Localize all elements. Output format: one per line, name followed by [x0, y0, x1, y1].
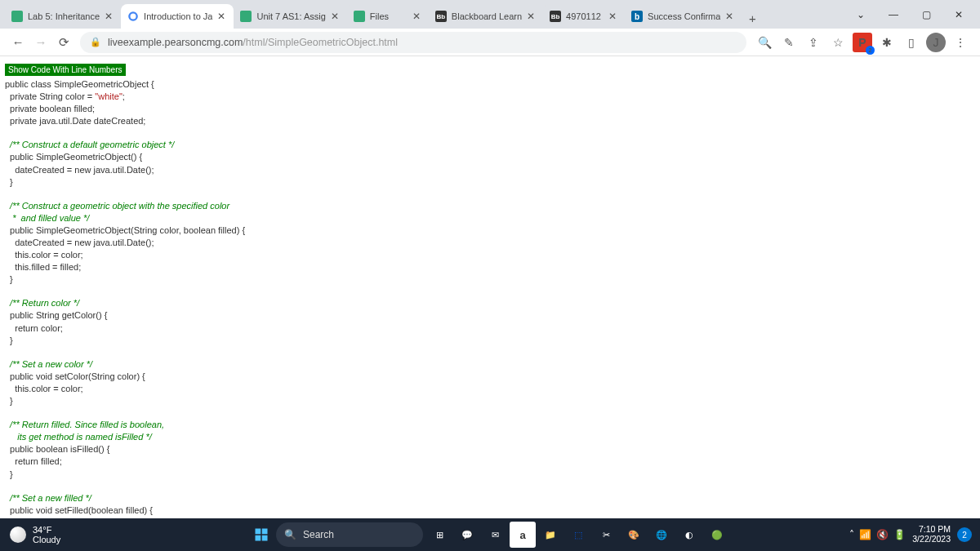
explorer-icon[interactable]: 📁 — [537, 522, 564, 548]
tab-title: Blackboard Learn — [452, 11, 522, 21]
tab-files[interactable]: Files ✕ — [347, 4, 429, 29]
notification-badge[interactable]: 2 — [957, 527, 972, 542]
app-eclipse-icon[interactable]: ◐ — [676, 522, 702, 548]
minimize-button[interactable]: — — [877, 2, 910, 27]
edge-icon[interactable]: 🌐 — [648, 522, 675, 548]
tab-blackboard[interactable]: Bb Blackboard Learn ✕ — [429, 4, 543, 29]
clock[interactable]: 7:10 PM 3/22/2023 — [912, 525, 951, 544]
tab-title: Unit 7 AS1: Assig — [256, 11, 325, 21]
url-bar[interactable]: 🔒 liveexample.pearsoncmg.com/html/Simple… — [80, 32, 746, 53]
search-icon: 🔍 — [284, 529, 296, 540]
chevron-up-icon[interactable]: ˄ — [849, 529, 854, 540]
weather-widget[interactable]: 34°F Cloudy — [0, 525, 70, 544]
tab-title: Lab 5: Inheritance — [28, 11, 100, 21]
volume-icon[interactable]: 🔇 — [876, 529, 889, 540]
new-tab-button[interactable]: + — [742, 7, 763, 29]
tab-title: Files — [370, 11, 408, 21]
clock-date: 3/22/2023 — [912, 535, 951, 544]
address-bar-row: ← → ⟳ 🔒 liveexample.pearsoncmg.com/html/… — [0, 29, 980, 56]
tab-success[interactable]: b Success Confirma ✕ — [625, 4, 742, 29]
taskbar-right: ˄ 📶 🔇 🔋 7:10 PM 3/22/2023 2 — [841, 525, 980, 544]
close-icon[interactable]: ✕ — [607, 11, 618, 22]
search-icon[interactable]: 🔍 — [755, 33, 774, 52]
weather-icon — [10, 527, 26, 543]
svg-rect-2 — [262, 529, 268, 535]
bookmark-icon[interactable]: ☆ — [828, 33, 848, 52]
close-icon[interactable]: ✕ — [525, 11, 537, 22]
favicon — [11, 11, 23, 22]
favicon: Bb — [550, 11, 561, 22]
close-icon[interactable]: ✕ — [329, 11, 341, 22]
tab-4970112[interactable]: Bb 4970112 ✕ — [543, 4, 625, 29]
lock-icon: 🔒 — [90, 37, 101, 47]
page-content: Show Code With Line Numbers public class… — [0, 56, 980, 551]
tab-introduction[interactable]: Introduction to Ja ✕ — [121, 4, 234, 29]
url-path: /html/SimpleGeometricObject.html — [243, 37, 398, 48]
taskbar-apps: ⊞ 💬 ✉ a 📁 ⬚ ✂ 🎨 🌐 ◐ 🟢 — [426, 522, 730, 548]
tab-title: Success Confirma — [648, 11, 720, 21]
svg-rect-4 — [262, 535, 268, 541]
back-button[interactable]: ← — [7, 31, 29, 54]
close-icon[interactable]: ✕ — [411, 11, 422, 22]
create-icon[interactable]: ✎ — [779, 33, 799, 52]
app-dropbox-icon[interactable]: ⬚ — [565, 522, 591, 548]
svg-rect-3 — [256, 535, 261, 541]
extensions-icon[interactable]: ✱ — [877, 33, 897, 52]
favicon: Bb — [435, 11, 447, 22]
favicon: b — [631, 11, 643, 22]
weather-temp: 34°F — [33, 525, 60, 535]
extension-p-icon[interactable]: P2 — [853, 33, 872, 52]
url-host: liveexample.pearsoncmg.com — [108, 37, 243, 48]
tab-lab5[interactable]: Lab 5: Inheritance ✕ — [5, 4, 121, 29]
tab-title: Introduction to Ja — [144, 11, 212, 21]
share-icon[interactable]: ⇪ — [804, 33, 823, 52]
profile-avatar[interactable]: J — [926, 33, 946, 52]
forward-button[interactable]: → — [29, 31, 52, 54]
app-amazon[interactable]: a — [510, 522, 536, 548]
close-icon[interactable]: ✕ — [103, 11, 114, 22]
weather-cond: Cloudy — [33, 535, 60, 544]
favicon — [240, 11, 252, 22]
reading-list-icon[interactable]: ▯ — [902, 33, 921, 52]
taskbar-search[interactable]: 🔍 Search — [276, 522, 423, 547]
chrome-icon[interactable]: 🟢 — [704, 522, 730, 548]
reload-button[interactable]: ⟳ — [52, 31, 75, 54]
taskview-icon[interactable]: ⊞ — [426, 522, 452, 548]
close-window-button[interactable]: ✕ — [942, 2, 975, 27]
wifi-icon[interactable]: 📶 — [859, 529, 871, 540]
app-paint-icon[interactable]: 🎨 — [621, 522, 647, 548]
tab-title: 4970112 — [566, 11, 604, 21]
window-controls: ⌄ — ▢ ✕ — [844, 0, 975, 29]
chat-icon[interactable]: 💬 — [454, 522, 480, 548]
battery-icon[interactable]: 🔋 — [893, 529, 906, 540]
close-icon[interactable]: ✕ — [724, 11, 735, 22]
close-icon[interactable]: ✕ — [216, 11, 227, 22]
app-snip-icon[interactable]: ✂ — [593, 522, 619, 548]
chevron-down-icon[interactable]: ⌄ — [844, 2, 877, 27]
system-tray[interactable]: ˄ 📶 🔇 🔋 — [849, 529, 906, 540]
maximize-button[interactable]: ▢ — [910, 2, 942, 27]
source-code: public class SimpleGeometricObject { pri… — [5, 78, 975, 551]
favicon — [354, 11, 365, 22]
tab-strip: Lab 5: Inheritance ✕ Introduction to Ja … — [0, 0, 980, 29]
extension-icons: 🔍 ✎ ⇪ ☆ P2 ✱ ▯ J ⋮ — [751, 33, 973, 52]
menu-icon[interactable]: ⋮ — [951, 33, 970, 52]
search-placeholder: Search — [303, 529, 334, 540]
taskbar-center: 🔍 Search ⊞ 💬 ✉ a 📁 ⬚ ✂ 🎨 🌐 ◐ 🟢 — [250, 522, 730, 548]
favicon — [127, 11, 139, 22]
mail-icon[interactable]: ✉ — [482, 522, 508, 548]
start-button[interactable] — [250, 523, 273, 546]
taskbar: 34°F Cloudy 🔍 Search ⊞ 💬 ✉ a 📁 ⬚ ✂ 🎨 🌐 ◐… — [0, 518, 980, 551]
show-code-button[interactable]: Show Code With Line Numbers — [5, 64, 126, 76]
tab-unit7[interactable]: Unit 7 AS1: Assig ✕ — [234, 4, 346, 29]
svg-rect-1 — [256, 529, 261, 535]
